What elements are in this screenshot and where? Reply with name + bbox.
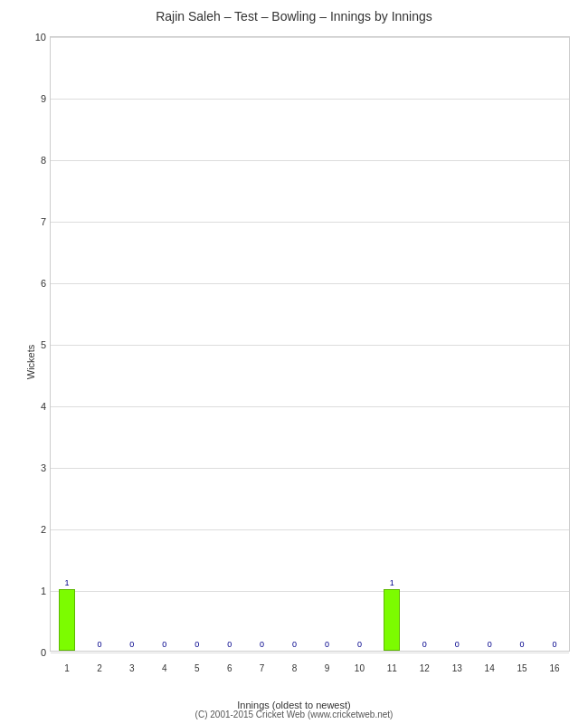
grid-line [51,99,569,100]
grid-line [51,160,569,161]
grid-line [51,37,569,38]
bar-value-label: 0 [520,640,525,649]
bar-value-label: 0 [422,640,427,649]
bar-value-label: 0 [97,640,101,649]
grid-line [51,529,569,530]
grid-line [51,653,569,653]
grid-line [51,468,569,469]
chart-area: 0123456789101102030405060708090101110120… [50,36,570,652]
bar [384,589,400,651]
x-tick-label: 15 [517,663,527,673]
bar-value-label: 0 [357,640,362,649]
x-tick-label: 2 [97,663,102,673]
bar-value-label: 0 [488,640,492,649]
bar-value-label: 0 [325,640,329,649]
y-tick-label: 3 [41,462,46,473]
y-axis-title: Wickets [25,345,36,380]
y-tick-label: 5 [41,339,46,350]
x-tick-label: 12 [420,663,430,673]
grid-line [51,283,569,284]
y-tick-label: 1 [41,586,46,596]
y-tick-label: 7 [41,216,46,227]
y-tick-label: 6 [41,278,46,289]
grid-line [51,345,569,346]
x-tick-label: 9 [325,663,330,673]
x-tick-label: 1 [64,663,70,673]
x-tick-label: 5 [194,663,200,673]
bar-value-label: 0 [129,640,134,649]
bar-value-label: 1 [64,578,69,587]
bar-value-label: 0 [260,640,264,649]
grid-line [51,591,569,592]
y-tick-label: 0 [41,647,46,658]
y-tick-label: 10 [35,32,46,43]
y-tick-label: 2 [41,524,46,535]
bar-value-label: 0 [292,640,297,649]
x-tick-label: 13 [452,663,462,673]
bar-value-label: 1 [390,578,394,587]
x-tick-label: 7 [260,663,265,673]
y-tick-label: 4 [41,401,46,412]
y-tick-label: 9 [41,93,46,104]
x-tick-label: 3 [129,663,135,673]
bar-value-label: 0 [227,640,232,649]
x-tick-label: 14 [485,663,495,673]
chart-title: Rajin Saleh – Test – Bowling – Innings b… [0,0,588,28]
grid-line [51,222,569,223]
x-tick-label: 11 [387,663,397,673]
footer: (C) 2001-2015 Cricket Web (www.cricketwe… [0,710,588,719]
x-tick-label: 16 [549,663,559,673]
x-tick-label: 8 [292,663,298,673]
bar-value-label: 0 [194,640,199,649]
x-tick-label: 6 [227,663,232,673]
chart-container: Rajin Saleh – Test – Bowling – Innings b… [0,0,588,724]
grid-line [51,406,569,407]
bar-value-label: 0 [455,640,460,649]
x-tick-label: 4 [162,663,167,673]
x-tick-label: 10 [355,663,365,673]
bar [59,589,75,651]
bar-value-label: 0 [162,640,166,649]
y-tick-label: 8 [41,155,46,166]
bar-value-label: 0 [553,640,557,649]
